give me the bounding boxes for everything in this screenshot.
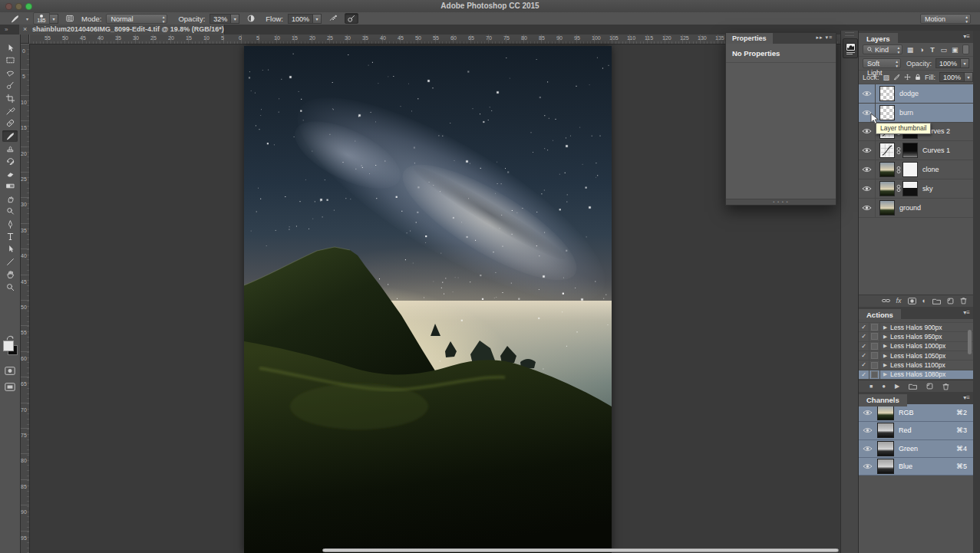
tool-quick-selection-icon[interactable]	[2, 80, 18, 91]
action-name[interactable]: Less Halos 1000px	[890, 342, 945, 350]
channel-thumbnail[interactable]	[877, 459, 894, 474]
play-action-icon[interactable]: ▶	[895, 383, 899, 390]
tool-lasso-icon[interactable]	[2, 67, 18, 79]
action-include-check-icon[interactable]: ✓	[859, 360, 869, 369]
opacity-combo[interactable]: 32%▾	[210, 14, 239, 24]
airbrush-toggle-icon[interactable]	[326, 13, 340, 24]
layer-thumbnail[interactable]	[879, 105, 895, 120]
tool-preset-brush-icon[interactable]	[8, 13, 21, 24]
tool-crop-icon[interactable]	[2, 93, 18, 104]
tool-history-brush-icon[interactable]	[2, 156, 18, 167]
layer-thumbnail[interactable]	[879, 181, 895, 196]
tab-overflow-chevron-icon[interactable]: »	[5, 25, 8, 35]
vertical-ruler[interactable]: 05101520253035404550556065707580859095	[20, 44, 30, 553]
pressure-opacity-icon[interactable]	[244, 13, 258, 24]
channel-visibility-eye-icon[interactable]	[863, 410, 873, 416]
tool-gradient-icon[interactable]	[2, 180, 18, 192]
action-row[interactable]: ✓▶Less Halos 900px	[859, 323, 973, 332]
pressure-size-toggle-icon[interactable]	[345, 13, 358, 24]
layer-name[interactable]: dodge	[899, 90, 919, 97]
action-name[interactable]: Less Halos 1080px	[890, 370, 945, 378]
layer-name[interactable]: burn	[899, 109, 913, 117]
action-dialog-toggle[interactable]	[869, 370, 880, 379]
action-dialog-toggle[interactable]	[869, 351, 880, 360]
action-row[interactable]: ✓▶Less Halos 1100px	[859, 360, 973, 370]
adjustment-thumbnail[interactable]	[879, 143, 895, 158]
layers-panel-menu-icon[interactable]: ▾≡	[963, 31, 970, 43]
action-row[interactable]: ✓▶Less Halos 950px	[859, 332, 973, 341]
channel-thumbnail[interactable]	[877, 441, 894, 456]
layer-mask-thumbnail[interactable]	[902, 143, 918, 158]
layer-name[interactable]: ground	[899, 204, 921, 212]
layer-visibility-eye-icon[interactable]	[859, 84, 876, 103]
layer-name[interactable]: clone	[922, 166, 939, 173]
tool-smudge-icon[interactable]	[2, 193, 18, 205]
action-name[interactable]: Less Halos 1050px	[890, 352, 945, 360]
action-name[interactable]: Less Halos 900px	[890, 324, 942, 331]
tool-zoom-icon[interactable]	[2, 281, 18, 293]
delete-layer-icon[interactable]	[960, 297, 967, 304]
action-name[interactable]: Less Halos 950px	[890, 333, 942, 341]
layer-visibility-eye-icon[interactable]	[859, 123, 876, 141]
tool-marquee-icon[interactable]	[2, 54, 18, 66]
new-action-icon[interactable]	[926, 383, 933, 390]
tool-line-icon[interactable]	[2, 256, 18, 268]
action-include-check-icon[interactable]: ✓	[859, 351, 869, 360]
layer-row-dodge[interactable]: dodge	[859, 84, 973, 104]
link-layers-icon[interactable]	[882, 298, 890, 304]
screen-mode-button[interactable]	[2, 379, 18, 394]
horizontal-scrollbar[interactable]	[322, 548, 839, 552]
actions-panel-menu-icon[interactable]: ▾≡	[963, 307, 970, 319]
filter-adjustment-layers-icon[interactable]: ◑	[918, 46, 926, 54]
properties-resize-grip[interactable]: • • • •	[726, 199, 836, 205]
channel-thumbnail[interactable]	[877, 405, 894, 420]
tool-move-icon[interactable]	[2, 42, 18, 54]
tool-brush-icon[interactable]	[2, 130, 18, 142]
channel-row-rgb[interactable]: RGB⌘2	[859, 404, 973, 422]
layer-thumbnail[interactable]	[879, 200, 895, 216]
foreground-color-swatch[interactable]	[2, 340, 18, 355]
action-include-check-icon[interactable]: ✓	[859, 342, 869, 351]
action-row[interactable]: ✓▶Less Halos 1000px	[859, 342, 973, 351]
brush-size-caret-icon[interactable]: ▾	[50, 14, 58, 24]
tool-type-icon[interactable]	[2, 231, 18, 242]
layer-visibility-eye-icon[interactable]	[859, 199, 876, 217]
channel-row-green[interactable]: Green⌘4	[859, 440, 973, 458]
record-action-icon[interactable]: ●	[882, 383, 886, 390]
action-dialog-toggle[interactable]	[869, 332, 880, 341]
layers-opacity-combo[interactable]: 100%▾	[935, 58, 969, 68]
action-expand-icon[interactable]: ▶	[880, 362, 890, 368]
horizontal-ruler[interactable]: 5550454035302520151050510152025303540455…	[29, 35, 840, 44]
action-expand-icon[interactable]: ▶	[880, 343, 890, 349]
lock-paint-icon[interactable]	[893, 74, 900, 81]
document-tab[interactable]: × shainblum20140406IMG_8099-Edit-4.tif @…	[19, 25, 225, 35]
layer-row-ground[interactable]: ground	[859, 199, 973, 218]
tool-path-selection-icon[interactable]	[2, 243, 18, 255]
layer-thumbnail[interactable]	[879, 162, 895, 177]
filter-on-off-toggle[interactable]	[962, 44, 969, 54]
action-row[interactable]: ✓▶Less Halos 1080px	[859, 370, 973, 380]
layers-fill-combo[interactable]: 100%▾	[939, 72, 973, 82]
layer-row-curves-1[interactable]: Curves 1	[859, 141, 973, 160]
channel-row-red[interactable]: Red⌘3	[859, 422, 973, 439]
mask-link-icon[interactable]	[896, 166, 901, 174]
channel-name[interactable]: Green	[899, 445, 918, 453]
collapse-panel-icon[interactable]: ▸▸	[816, 35, 823, 40]
tab-properties[interactable]: Properties	[726, 33, 773, 44]
layer-mask-thumbnail[interactable]	[902, 162, 918, 177]
new-layer-icon[interactable]	[947, 298, 954, 304]
layer-name[interactable]: Curves 1	[922, 146, 950, 154]
channel-visibility-eye-icon[interactable]	[863, 463, 873, 469]
channel-visibility-eye-icon[interactable]	[863, 427, 873, 433]
close-document-icon[interactable]: ×	[23, 25, 27, 35]
action-name[interactable]: Less Halos 1100px	[890, 361, 945, 369]
layer-blend-mode-select[interactable]: Soft Light▴▾	[863, 58, 901, 68]
dock-grip[interactable]	[845, 32, 854, 36]
action-dialog-toggle[interactable]	[869, 323, 880, 331]
brush-size-picker[interactable]: 185 ▾	[33, 12, 58, 25]
action-expand-icon[interactable]: ▶	[880, 353, 890, 359]
tool-clone-stamp-icon[interactable]	[2, 143, 18, 154]
channel-name[interactable]: Blue	[899, 462, 912, 470]
tool-preset-caret-icon[interactable]: ▾	[26, 16, 28, 21]
layer-row-clone[interactable]: clone	[859, 160, 973, 179]
